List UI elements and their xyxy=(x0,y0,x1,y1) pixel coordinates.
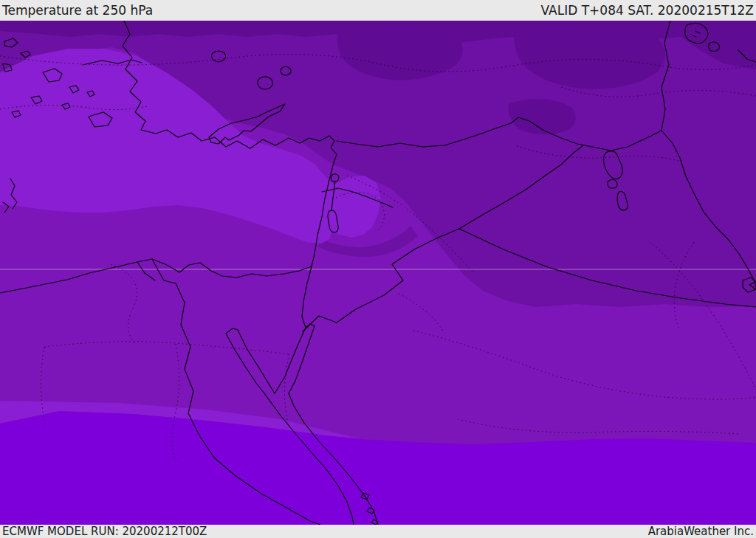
header-bar: Temperature at 250 hPa VALID T+084 SAT. … xyxy=(0,0,756,21)
footer-bar: ECMWF MODEL RUN: 20200212T00Z ArabiaWeat… xyxy=(0,525,756,538)
model-run-label: ECMWF MODEL RUN: 20200212T00Z xyxy=(2,525,207,538)
credit-label: ArabiaWeather Inc. xyxy=(648,525,754,538)
weather-map-canvas xyxy=(0,21,756,525)
valid-time-label: VALID T+084 SAT. 20200215T12Z xyxy=(541,3,754,18)
map-title: Temperature at 250 hPa xyxy=(2,3,153,18)
weather-map xyxy=(0,21,756,525)
